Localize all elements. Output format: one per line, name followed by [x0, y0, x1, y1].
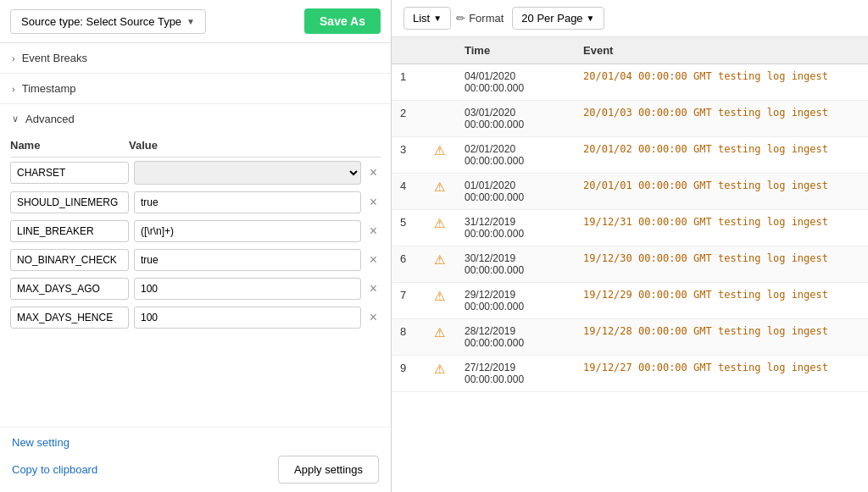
cell-event: 19/12/29 00:00:00 GMT testing log ingest	[575, 283, 868, 319]
cell-num: 7	[392, 283, 426, 319]
cell-event: 19/12/27 00:00:00 GMT testing log ingest	[575, 356, 868, 392]
cell-event: 19/12/31 00:00:00 GMT testing log ingest	[575, 210, 868, 246]
format-button[interactable]: ✏ Format	[456, 12, 504, 25]
right-toolbar: List ▼ ✏ Format 20 Per Page ▼	[392, 0, 868, 37]
setting-name-should-linemerge[interactable]	[10, 191, 129, 213]
setting-name-max-days-hence[interactable]	[10, 307, 129, 329]
setting-value-max-days-ago[interactable]	[134, 278, 361, 300]
cell-num: 5	[392, 210, 426, 246]
apply-settings-button[interactable]: Apply settings	[278, 456, 379, 484]
remove-line-breaker[interactable]: ×	[366, 224, 381, 239]
cell-time: 31/12/2019 00:00:00.000	[456, 210, 575, 246]
footer-row: Copy to clipboard Apply settings	[12, 456, 379, 484]
remove-max-days-hence[interactable]: ×	[366, 310, 381, 325]
per-page-dropdown[interactable]: 20 Per Page ▼	[512, 7, 604, 30]
cell-num: 8	[392, 319, 426, 356]
cell-event: 20/01/03 00:00:00 GMT testing log ingest	[575, 101, 868, 137]
cell-icon: ⚠	[426, 283, 456, 319]
warning-icon: ⚠	[434, 362, 445, 376]
advanced-chevron: ∨	[12, 113, 19, 124]
right-table: Time Event 104/01/2020 00:00:00.00020/01…	[392, 37, 868, 492]
list-label: List	[413, 12, 430, 25]
setting-name-no-binary-check[interactable]	[10, 249, 129, 271]
cell-num: 3	[392, 137, 426, 174]
left-footer: New setting Copy to clipboard Apply sett…	[0, 427, 391, 492]
col-icon-header	[426, 37, 456, 64]
setting-row-charset: ×	[10, 158, 381, 188]
col-name-header: Name	[10, 139, 129, 152]
copy-clipboard-link[interactable]: Copy to clipboard	[12, 463, 278, 476]
format-pencil-icon: ✏	[456, 12, 465, 25]
cell-event: 20/01/02 00:00:00 GMT testing log ingest	[575, 137, 868, 174]
settings-table-header: Name Value	[10, 134, 381, 158]
setting-name-max-days-ago[interactable]	[10, 278, 129, 300]
warning-icon: ⚠	[434, 289, 445, 303]
advanced-header[interactable]: ∨ Advanced	[0, 104, 391, 134]
setting-row-line-breaker: ×	[10, 217, 381, 246]
advanced-label: Advanced	[25, 113, 75, 125]
table-row: 203/01/2020 00:00:00.00020/01/03 00:00:0…	[392, 101, 868, 137]
cell-num: 1	[392, 64, 426, 101]
source-type-dropdown[interactable]: Source type: Select Source Type ▼	[10, 9, 206, 34]
warning-icon: ⚠	[434, 143, 445, 158]
setting-name-line-breaker[interactable]	[10, 220, 129, 242]
setting-name-charset[interactable]	[10, 162, 129, 184]
col-event-header: Event	[575, 37, 868, 64]
warning-icon: ⚠	[434, 216, 445, 230]
warning-icon: ⚠	[434, 325, 445, 340]
table-row: 6⚠30/12/2019 00:00:00.00019/12/30 00:00:…	[392, 246, 868, 283]
list-dropdown[interactable]: List ▼	[403, 7, 451, 30]
save-as-button[interactable]: Save As	[304, 8, 381, 34]
cell-icon	[426, 64, 456, 101]
setting-row-max-days-hence: ×	[10, 303, 381, 332]
setting-row-should-linemerge: ×	[10, 188, 381, 217]
table-row: 9⚠27/12/2019 00:00:00.00019/12/27 00:00:…	[392, 356, 868, 392]
advanced-section: ∨ Advanced Name Value	[0, 104, 391, 332]
per-page-label: 20 Per Page	[521, 12, 582, 25]
cell-icon: ⚠	[426, 137, 456, 174]
settings-table: Name Value ×	[0, 134, 391, 332]
timestamp-chevron: ›	[12, 84, 15, 94]
cell-num: 6	[392, 246, 426, 283]
remove-max-days-ago[interactable]: ×	[366, 281, 381, 296]
cell-num: 4	[392, 174, 426, 210]
table-header-row: Time Event	[392, 37, 868, 64]
setting-value-line-breaker[interactable]	[134, 220, 361, 242]
setting-value-should-linemerge[interactable]	[134, 191, 361, 213]
col-value-header: Value	[129, 139, 381, 152]
event-breaks-chevron: ›	[12, 53, 15, 64]
event-breaks-section[interactable]: › Event Breaks	[0, 43, 391, 74]
cell-icon: ⚠	[426, 210, 456, 246]
left-panel: Source type: Select Source Type ▼ Save A…	[0, 0, 392, 492]
left-body: › Event Breaks › Timestamp ∨ Advanced Na…	[0, 43, 391, 427]
table-row: 104/01/2020 00:00:00.00020/01/04 00:00:0…	[392, 64, 868, 101]
source-type-label: Source type: Select Source Type	[21, 15, 181, 28]
warning-icon: ⚠	[434, 252, 445, 267]
col-time-header: Time	[456, 37, 575, 64]
remove-charset[interactable]: ×	[366, 165, 381, 180]
source-type-arrow: ▼	[186, 17, 195, 26]
list-arrow: ▼	[433, 14, 442, 23]
cell-time: 29/12/2019 00:00:00.000	[456, 283, 575, 319]
cell-num: 2	[392, 101, 426, 137]
timestamp-section[interactable]: › Timestamp	[0, 74, 391, 104]
remove-no-binary-check[interactable]: ×	[366, 252, 381, 268]
cell-icon: ⚠	[426, 319, 456, 356]
cell-time: 27/12/2019 00:00:00.000	[456, 356, 575, 392]
cell-icon: ⚠	[426, 246, 456, 283]
left-header: Source type: Select Source Type ▼ Save A…	[0, 0, 391, 43]
table-row: 4⚠01/01/2020 00:00:00.00020/01/01 00:00:…	[392, 174, 868, 210]
per-page-arrow: ▼	[587, 14, 595, 23]
cell-icon	[426, 101, 456, 137]
col-num-header	[392, 37, 426, 64]
setting-value-charset[interactable]	[134, 161, 361, 185]
cell-event: 19/12/30 00:00:00 GMT testing log ingest	[575, 246, 868, 283]
remove-should-linemerge[interactable]: ×	[366, 195, 381, 210]
cell-time: 01/01/2020 00:00:00.000	[456, 174, 575, 210]
new-setting-link[interactable]: New setting	[12, 436, 379, 449]
setting-value-max-days-hence[interactable]	[134, 307, 361, 329]
table-row: 7⚠29/12/2019 00:00:00.00019/12/29 00:00:…	[392, 283, 868, 319]
setting-value-no-binary-check[interactable]	[134, 249, 361, 271]
cell-time: 03/01/2020 00:00:00.000	[456, 101, 575, 137]
cell-icon: ⚠	[426, 174, 456, 210]
